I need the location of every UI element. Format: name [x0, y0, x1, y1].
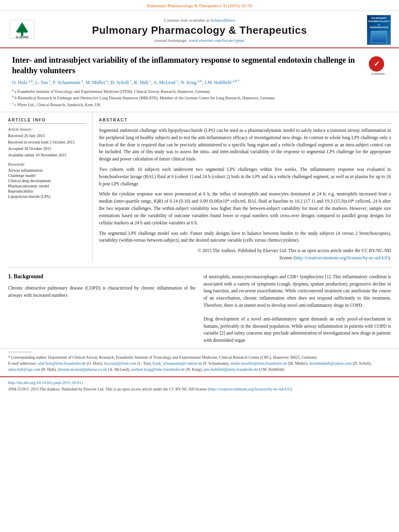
- abstract-para-2: Two cohorts with 10 subjects each underw…: [99, 166, 391, 187]
- email-mcleod[interactable]: alisonn.mcleod@phastar.co.uk: [58, 367, 107, 372]
- keyword-1: Airway inflammation: [8, 168, 86, 173]
- bottom-license-text: 1094-5539/© 2015 The Authors. Published …: [8, 386, 391, 392]
- abstract-copyright-block: © 2015 The Authors. Published by Elsevie…: [99, 247, 391, 262]
- keywords-label: Keywords:: [8, 162, 86, 166]
- keyword-3: Clinical drug development: [8, 179, 86, 183]
- email-hohlfeld[interactable]: jens.hohlfeld@item.fraunhofer.de: [204, 367, 258, 372]
- body-right-text-1: of neutrophils, monocytes/macrophages an…: [204, 273, 391, 309]
- abstract-para-4: The segmental LPS challenge model was sa…: [99, 230, 391, 244]
- abstract-copyright: © 2015 The Authors. Published by Elsevie…: [197, 248, 391, 253]
- article-info-header: ARTICLE INFO: [8, 118, 86, 124]
- abstract-license-text: license (http://creativecommons.org/lice…: [280, 255, 391, 260]
- footnote-emails: E-mail addresses: olaf.holz@item.fraunho…: [8, 360, 391, 372]
- article-title-block: Inter- and intrasubject variability of t…: [12, 55, 365, 108]
- svg-text:ELSEVIER: ELSEVIER: [16, 36, 29, 39]
- affiliation-c: c c Pfizer Ltd., Clinical Research, Sand…: [12, 101, 365, 108]
- doi-link: http://dx.doi.org/10.1016/j.pupt.2015.10…: [8, 380, 391, 385]
- doi-url[interactable]: http://dx.doi.org/10.1016/j.pupt.2015.10…: [8, 380, 83, 385]
- journal-title: Pulmonary Pharmacology & Therapeutics: [40, 24, 359, 37]
- online-date: Available online 10 November 2015: [8, 152, 86, 158]
- sciencedirect-link[interactable]: ScienceDirect: [210, 18, 235, 23]
- article-title: Inter- and intrasubject variability of t…: [12, 55, 365, 76]
- received-date: Received 20 July 2015: [8, 133, 86, 139]
- homepage-url[interactable]: www.elsevier.com/locate/ypupt: [189, 38, 245, 43]
- bottom-license-url[interactable]: http://creativecommons.org/licenses/by-n…: [209, 387, 290, 391]
- bottom-bar: http://dx.doi.org/10.1016/j.pupt.2015.10…: [0, 376, 399, 394]
- elsevier-logo-icon: ELSEVIER: [8, 19, 36, 39]
- affiliation-b: b b Biomedical Research in Endstage and …: [12, 94, 365, 101]
- body-left-column: 1. Background Chronic obstructive pulmon…: [8, 273, 195, 344]
- crossmark-label: CrossMark: [369, 72, 387, 75]
- journal-citation[interactable]: Pulmonary Pharmacology & Therapeutics 35…: [147, 3, 252, 8]
- abstract-header: ABSTRACT: [99, 118, 391, 124]
- journal-header-center: Contents lists available at ScienceDirec…: [40, 18, 359, 43]
- body-left-text: Chronic obstructive pulmonary disease (C…: [8, 285, 195, 299]
- keyword-4: Pharmacodynamic model: [8, 184, 86, 188]
- abstract-column: ABSTRACT Segmental endotoxin challenge w…: [99, 112, 391, 262]
- abstract-license-url[interactable]: http://creativecommons.org/licenses/by-n…: [295, 255, 389, 260]
- keyword-6: Lipopolysaccharide (LPS): [8, 194, 86, 199]
- top-bar: Pulmonary Pharmacology & Therapeutics 35…: [0, 0, 399, 11]
- article-header: Inter- and intrasubject variability of t…: [0, 48, 399, 112]
- section-divider: [8, 267, 391, 268]
- email-hidi[interactable]: rabia.hidi@sgs.com: [8, 367, 40, 372]
- revised-date: Received in revised form 2 October 2015: [8, 140, 86, 145]
- abstract-para-3: While the cytokine response was more pro…: [99, 191, 391, 226]
- article-info-column: ARTICLE INFO Article history: Received 2…: [8, 112, 93, 262]
- journal-homepage: journal homepage: www.elsevier.com/locat…: [40, 38, 359, 43]
- footnote-corresponding-author: * Corresponding author. Department of Cl…: [8, 354, 391, 360]
- keyword-5: Reproducibility: [8, 189, 86, 193]
- article-history-label: Article history:: [8, 127, 86, 131]
- body-section: 1. Background Chronic obstructive pulmon…: [0, 273, 399, 344]
- email-holz[interactable]: olaf.holz@item.fraunhofer.de: [38, 361, 86, 366]
- affiliation-a: a a Fraunhofer Institute of Toxicology a…: [12, 88, 365, 94]
- info-abstract-section: ARTICLE INFO Article history: Received 2…: [0, 112, 399, 262]
- body-right-column: of neutrophils, monocytes/macrophages an…: [204, 273, 391, 344]
- crossmark-area: ✓ CrossMark: [369, 56, 387, 75]
- email-schaumann[interactable]: frank_schaumann@t-online.de: [152, 361, 202, 366]
- section-1-heading: 1. Background: [8, 273, 195, 281]
- abstract-para-1: Segmental endotoxin challenge with lipop…: [99, 127, 391, 163]
- email-krug[interactable]: norbert.krug@item.fraunhofer.de: [131, 367, 185, 372]
- article-authors: O. Holz a,b, L. Tan c, F. Schaumann a, M…: [12, 79, 365, 86]
- email-tan[interactable]: lisa.tan@pfizer.com: [104, 361, 136, 366]
- journal-header: ELSEVIER Contents lists available at Sci…: [0, 11, 399, 48]
- email-mueller[interactable]: meike.mueller@item.fraunhofer.de: [230, 361, 287, 366]
- email-scholl[interactable]: dorntheabeth@yahoo.com: [309, 361, 352, 366]
- elsevier-logo-area: ELSEVIER: [8, 19, 40, 41]
- keyword-2: Challenge model: [8, 173, 86, 178]
- journal-cover-area: PULMONARYPHARMACOLOGY& THERAPEUTICS: [359, 15, 391, 45]
- contents-line: Contents lists available at ScienceDirec…: [40, 18, 359, 23]
- body-right-text-2: Drug development of a novel anti-inflamm…: [204, 316, 391, 344]
- footnote-section: * Corresponding author. Department of Cl…: [0, 348, 399, 372]
- crossmark-badge: ✓: [369, 56, 384, 72]
- article-affiliations: a a Fraunhofer Institute of Toxicology a…: [12, 88, 365, 108]
- journal-cover-image: PULMONARYPHARMACOLOGY& THERAPEUTICS: [367, 15, 391, 45]
- accepted-date: Accepted 30 October 2015: [8, 146, 86, 152]
- footnote-separator: [8, 352, 32, 352]
